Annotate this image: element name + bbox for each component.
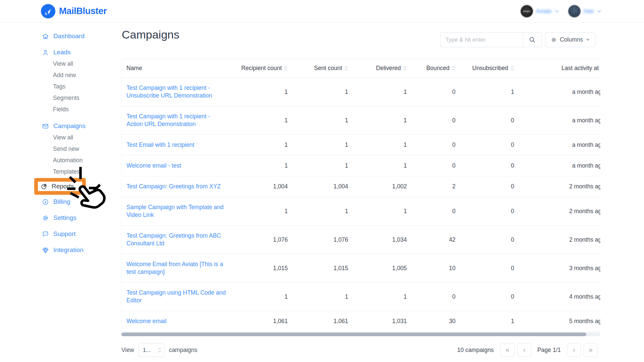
- campaign-link[interactable]: Test Campaign: Greetings from ABC Consul…: [126, 232, 227, 247]
- sort-icon: [451, 66, 455, 71]
- sidebar-item-label: Support: [53, 230, 76, 238]
- column-header-unsubscribed[interactable]: Unsubscribed: [461, 59, 519, 78]
- sidebar-item-support[interactable]: Support: [42, 230, 120, 238]
- recipient-count-cell: 1,076: [236, 226, 293, 254]
- column-header-recipient-count[interactable]: Recipient count: [236, 59, 293, 78]
- sidebar-item-leads-view-all[interactable]: View all: [42, 59, 120, 68]
- stepper-arrows-icon: [158, 348, 161, 353]
- column-header-sent-count[interactable]: Sent count: [293, 59, 353, 78]
- last-activity-cell: 3 months ago: [519, 254, 600, 283]
- sent-count-cell: 1: [293, 106, 353, 135]
- account-name: Hair: [584, 8, 594, 15]
- sidebar-item-leads-fields[interactable]: Fields: [42, 105, 120, 114]
- sidebar-item-settings[interactable]: Settings: [42, 214, 120, 222]
- campaigns-table-body: Test Campaign with 1 recipient - Unsubsc…: [122, 78, 600, 332]
- campaign-link[interactable]: Welcome email: [126, 317, 166, 325]
- table-row: Test Campaign: Greetings from ABC Consul…: [122, 226, 600, 254]
- campaign-link[interactable]: Test Campaign with 1 recipient - Unsubsc…: [126, 84, 227, 100]
- unsubscribed-cell: 0: [461, 135, 519, 156]
- brand[interactable]: MailBluster: [41, 4, 107, 18]
- table-row: Test Campaign with 1 recipient - Unsubsc…: [122, 78, 600, 106]
- recipient-count-cell: 1: [236, 78, 293, 106]
- sort-icon: [510, 66, 514, 71]
- dollar-circle-icon: $: [42, 198, 49, 205]
- table-row: Test Email with 1 recipient 1 1 1 0 0 a …: [122, 135, 600, 156]
- campaign-link[interactable]: Test Campaign with 1 recipient - Action …: [126, 113, 227, 128]
- campaign-link[interactable]: Test Campaign: Greetings from XYZ: [126, 183, 221, 190]
- campaign-link[interactable]: Sample Campaign with Template and Video …: [126, 203, 227, 219]
- search-input[interactable]: [440, 32, 523, 47]
- sidebar-item-label: Integration: [53, 246, 84, 254]
- account-menu-user[interactable]: Hair: [568, 5, 601, 17]
- next-page-button[interactable]: ›: [567, 343, 581, 357]
- sidebar-item-label: Settings: [53, 214, 76, 222]
- account-menu-aviato[interactable]: Aviato Aviato: [521, 5, 559, 17]
- gear-icon: [42, 215, 49, 222]
- sidebar-item-campaigns-templates[interactable]: Templates: [42, 167, 120, 176]
- sent-count-cell: 1: [293, 283, 353, 311]
- sidebar-item-leads-tags[interactable]: Tags: [42, 82, 120, 91]
- bounced-cell: 2: [412, 176, 461, 197]
- sidebar-item-integration[interactable]: Integration: [42, 246, 120, 254]
- sent-count-cell: 1,076: [293, 226, 353, 254]
- page-size-stepper[interactable]: 1...: [139, 343, 165, 357]
- columns-button[interactable]: Columns: [545, 32, 595, 47]
- previous-page-button[interactable]: ‹: [517, 343, 531, 357]
- sidebar-item-campaigns-view-all[interactable]: View all: [42, 133, 120, 142]
- table-header-row: Name Recipient count Sent count Delivere…: [122, 59, 600, 78]
- column-header-delivered[interactable]: Delivered: [353, 59, 412, 78]
- last-activity-cell: 4 months ago: [519, 283, 600, 311]
- account-switcher: Aviato Aviato Hair: [521, 5, 601, 17]
- delivered-cell: 1: [353, 197, 412, 226]
- sidebar-item-reports[interactable]: Reports: [34, 178, 86, 195]
- sidebar-item-leads[interactable]: Leads: [42, 48, 120, 57]
- bounced-cell: 10: [412, 254, 461, 283]
- svg-text:$: $: [45, 200, 46, 204]
- campaigns-table: Name Recipient count Sent count Delivere…: [121, 59, 600, 332]
- sidebar-item-campaigns[interactable]: Campaigns: [42, 122, 120, 130]
- view-label: View: [121, 347, 134, 354]
- sent-count-cell: 1,004: [293, 176, 353, 197]
- envelope-icon: [42, 123, 49, 130]
- sidebar-item-dashboard[interactable]: Dashboard: [42, 32, 120, 41]
- campaign-link[interactable]: Welcome Email from Aviato [This is a tes…: [126, 260, 227, 276]
- sent-count-cell: 1: [293, 135, 353, 156]
- page-size-value: 1...: [143, 347, 151, 354]
- sidebar-item-label: Billing: [53, 198, 70, 205]
- sidebar-item-leads-segments[interactable]: Segments: [42, 94, 120, 102]
- scrollbar-thumb[interactable]: [121, 333, 586, 336]
- unsubscribed-cell: 1: [461, 78, 519, 106]
- campaign-link[interactable]: Test Email with 1 recipient: [126, 141, 194, 149]
- unsubscribed-cell: 0: [461, 283, 519, 311]
- chat-icon: [42, 231, 49, 238]
- brand-name: MailBluster: [59, 6, 107, 16]
- recipient-count-cell: 1: [236, 156, 293, 176]
- delivered-cell: 1,002: [353, 176, 412, 197]
- recipient-count-cell: 1,004: [236, 176, 293, 197]
- sidebar-item-billing[interactable]: $ Billing: [42, 197, 120, 206]
- double-chevron-left-icon: «: [505, 346, 509, 354]
- campaign-link[interactable]: Welcome email - test: [126, 162, 181, 170]
- unsubscribed-cell: 1: [461, 311, 519, 332]
- unsubscribed-cell: 0: [461, 254, 519, 283]
- sort-icon: [284, 66, 288, 71]
- sidebar-item-campaigns-send-new[interactable]: Send new: [42, 144, 120, 153]
- campaign-link[interactable]: Test Campaign using HTML Code and Editor: [126, 289, 227, 304]
- table-row: Welcome email - test 1 1 1 0 0 a month a…: [122, 156, 600, 176]
- last-activity-cell: a month ago: [519, 156, 600, 176]
- search-button[interactable]: [523, 32, 542, 47]
- horizontal-scrollbar[interactable]: [121, 333, 600, 336]
- delivered-cell: 1: [353, 78, 412, 106]
- last-activity-cell: a month ago: [519, 135, 600, 156]
- first-page-button[interactable]: «: [500, 343, 515, 357]
- sidebar-item-campaigns-automation[interactable]: Automation: [42, 156, 120, 165]
- table-row: Sample Campaign with Template and Video …: [122, 197, 600, 226]
- chevron-left-icon: ‹: [523, 346, 525, 354]
- recipient-count-cell: 1,015: [236, 254, 293, 283]
- sidebar-item-leads-add-new[interactable]: Add new: [42, 71, 120, 79]
- last-activity-cell: 2 months ago: [519, 176, 600, 197]
- column-header-bounced[interactable]: Bounced: [412, 59, 461, 78]
- column-header-last-activity[interactable]: Last activity at: [519, 59, 600, 78]
- last-page-button[interactable]: »: [584, 343, 598, 357]
- main-content: Campaigns Columns: [121, 23, 600, 357]
